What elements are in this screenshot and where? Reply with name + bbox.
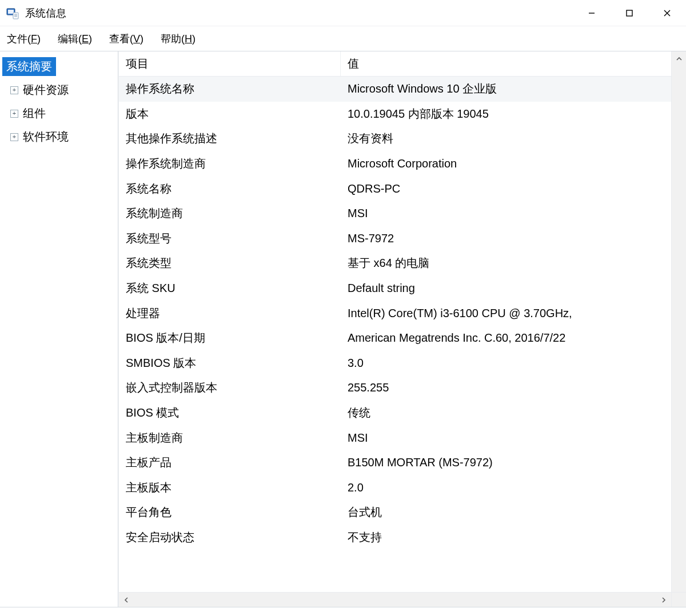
- window-title: 系统信息: [25, 6, 66, 20]
- menu-view-label: 查看: [109, 33, 130, 45]
- cell-value: 传统: [341, 405, 671, 421]
- cell-value: 10.0.19045 内部版本 19045: [341, 106, 671, 122]
- table-row[interactable]: 版本10.0.19045 内部版本 19045: [119, 102, 671, 127]
- tree-node-label: 软件环境: [23, 129, 69, 145]
- listview-columns: 项目 值 操作系统名称Microsoft Windows 10 企业版版本10.…: [119, 51, 671, 592]
- menu-help[interactable]: 帮助(H): [159, 30, 197, 48]
- tree-node[interactable]: +组件: [2, 102, 115, 125]
- cell-value: 255.255: [341, 381, 671, 394]
- expander-icon[interactable]: +: [10, 110, 18, 118]
- tree-node[interactable]: +软件环境: [2, 125, 115, 149]
- cell-value: 没有资料: [341, 131, 671, 146]
- cell-item: SMBIOS 版本: [119, 355, 341, 371]
- close-button[interactable]: [648, 0, 686, 26]
- tree-node-label: 硬件资源: [23, 82, 69, 98]
- cell-value: B150M MORTAR (MS-7972): [341, 456, 671, 469]
- cell-item: 主板版本: [119, 480, 341, 495]
- cell-value: Microsoft Corporation: [341, 157, 671, 170]
- expander-icon[interactable]: +: [10, 133, 18, 141]
- table-row[interactable]: 主板制造商MSI: [119, 425, 671, 450]
- tree-node[interactable]: +硬件资源: [2, 78, 115, 102]
- body: 系统摘要 +硬件资源+组件+软件环境 项目 值 操作系统名称Microsoft …: [0, 51, 686, 607]
- cell-item: 平台角色: [119, 505, 341, 520]
- tree-root-label: 系统摘要: [2, 57, 56, 76]
- scroll-right-icon[interactable]: [656, 593, 671, 607]
- table-row[interactable]: 操作系统名称Microsoft Windows 10 企业版: [119, 77, 671, 102]
- table-row[interactable]: 操作系统制造商Microsoft Corporation: [119, 151, 671, 177]
- cell-value: 不支持: [341, 530, 671, 545]
- cell-value: 2.0: [341, 481, 671, 494]
- table-row[interactable]: 系统 SKUDefault string: [119, 276, 671, 301]
- menubar: 文件(F) 编辑(E) 查看(V) 帮助(H): [0, 26, 686, 51]
- vertical-scrollbar[interactable]: [671, 51, 686, 592]
- cell-item: 操作系统制造商: [119, 156, 341, 171]
- listview-header: 项目 值: [119, 51, 671, 77]
- cell-item: BIOS 模式: [119, 405, 341, 421]
- expander-icon[interactable]: +: [10, 86, 18, 94]
- table-row[interactable]: 系统制造商MSI: [119, 201, 671, 226]
- table-row[interactable]: 安全启动状态不支持: [119, 525, 671, 550]
- cell-item: 主板产品: [119, 455, 341, 470]
- scroll-left-icon[interactable]: [119, 593, 134, 607]
- cell-value: MS-7972: [341, 232, 671, 245]
- cell-item: 操作系统名称: [119, 81, 341, 97]
- table-row[interactable]: BIOS 模式传统: [119, 401, 671, 426]
- table-row[interactable]: 嵌入式控制器版本255.255: [119, 375, 671, 401]
- menu-file-mnemonic: F: [31, 33, 37, 45]
- minimize-button[interactable]: [573, 0, 611, 26]
- menu-edit-mnemonic: E: [82, 33, 89, 45]
- scrollbar-corner: [671, 593, 686, 607]
- table-row[interactable]: 系统名称QDRS-PC: [119, 176, 671, 201]
- cell-value: 台式机: [341, 505, 671, 520]
- cell-item: 其他操作系统描述: [119, 131, 341, 146]
- table-row[interactable]: 平台角色台式机: [119, 500, 671, 525]
- column-header-item[interactable]: 项目: [119, 51, 341, 76]
- table-row[interactable]: 处理器Intel(R) Core(TM) i3-6100 CPU @ 3.70G…: [119, 301, 671, 326]
- titlebar: 系统信息: [0, 0, 686, 26]
- cell-value: MSI: [341, 207, 671, 220]
- listview: 项目 值 操作系统名称Microsoft Windows 10 企业版版本10.…: [119, 51, 686, 592]
- table-row[interactable]: 系统类型基于 x64 的电脑: [119, 251, 671, 276]
- menu-view[interactable]: 查看(V): [108, 30, 145, 48]
- cell-value: 3.0: [341, 357, 671, 370]
- menu-help-label: 帮助: [161, 33, 181, 45]
- table-row[interactable]: BIOS 版本/日期American Megatrends Inc. C.60,…: [119, 326, 671, 351]
- cell-item: BIOS 版本/日期: [119, 330, 341, 346]
- statusbar: [0, 607, 686, 616]
- maximize-button[interactable]: [611, 0, 648, 26]
- app-icon: [6, 6, 19, 20]
- cell-item: 系统名称: [119, 181, 341, 197]
- table-row[interactable]: 系统型号MS-7972: [119, 226, 671, 251]
- cell-value: 基于 x64 的电脑: [341, 255, 671, 271]
- cell-value: QDRS-PC: [341, 182, 671, 195]
- menu-edit-label: 编辑: [58, 33, 78, 45]
- detail-panel: 项目 值 操作系统名称Microsoft Windows 10 企业版版本10.…: [118, 51, 686, 607]
- scroll-up-icon[interactable]: [672, 51, 687, 66]
- table-row[interactable]: SMBIOS 版本3.0: [119, 351, 671, 376]
- window-controls: [573, 0, 686, 26]
- cell-item: 嵌入式控制器版本: [119, 380, 341, 395]
- menu-file-label: 文件: [7, 33, 27, 45]
- svg-rect-8: [627, 10, 632, 16]
- menu-help-mnemonic: H: [185, 33, 192, 45]
- cell-item: 系统型号: [119, 231, 341, 246]
- cell-item: 系统 SKU: [119, 281, 341, 296]
- menu-edit[interactable]: 编辑(E): [57, 30, 93, 48]
- table-row[interactable]: 其他操作系统描述没有资料: [119, 126, 671, 151]
- menu-file[interactable]: 文件(F): [6, 30, 42, 48]
- cell-value: Intel(R) Core(TM) i3-6100 CPU @ 3.70GHz,: [341, 307, 671, 320]
- cell-value: Microsoft Windows 10 企业版: [341, 81, 671, 97]
- tree-root[interactable]: 系统摘要: [2, 55, 115, 78]
- svg-rect-1: [8, 10, 14, 14]
- column-header-value[interactable]: 值: [341, 51, 671, 76]
- horizontal-scrollbar[interactable]: [119, 592, 686, 607]
- table-row[interactable]: 主板产品B150M MORTAR (MS-7972): [119, 450, 671, 475]
- cell-item: 系统类型: [119, 255, 341, 271]
- cell-value: American Megatrends Inc. C.60, 2016/7/22: [341, 331, 671, 345]
- cell-item: 安全启动状态: [119, 530, 341, 545]
- cell-item: 版本: [119, 106, 341, 122]
- table-row[interactable]: 主板版本2.0: [119, 475, 671, 501]
- cell-item: 主板制造商: [119, 430, 341, 446]
- cell-item: 系统制造商: [119, 206, 341, 221]
- listview-body: 操作系统名称Microsoft Windows 10 企业版版本10.0.190…: [119, 77, 671, 550]
